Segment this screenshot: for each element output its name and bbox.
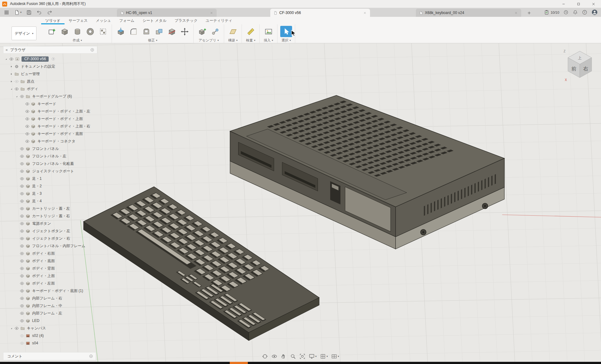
browser-item[interactable]: 内部フレーム・右	[3, 295, 97, 302]
browser-item[interactable]: ボディ・左面	[3, 280, 97, 287]
tool-fillet-button[interactable]	[127, 26, 139, 37]
browser-item[interactable]: ボディ・背面	[3, 265, 97, 272]
expander-open-icon[interactable]	[14, 94, 19, 99]
design-workspace-menu[interactable]: デザイン ▾	[12, 26, 36, 40]
browser-item[interactable]: ドキュメントの設定	[3, 63, 97, 70]
browser-item[interactable]: 足・3	[3, 190, 97, 197]
visibility-eye-icon[interactable]	[19, 318, 25, 323]
maximize-button[interactable]	[571, 0, 586, 8]
expander-closed-icon[interactable]	[9, 72, 14, 76]
visibility-eye-icon[interactable]	[24, 139, 30, 144]
tool-group-label[interactable]: 構築▾	[228, 38, 238, 43]
comments-toggle-icon[interactable]	[89, 354, 93, 358]
browser-item[interactable]: キーボード	[3, 100, 97, 108]
display-settings-button[interactable]: ▾	[309, 353, 316, 359]
tool-select-cursor-button[interactable]	[280, 26, 292, 37]
visibility-eye-icon[interactable]	[19, 146, 25, 151]
expander-closed-icon[interactable]	[9, 64, 14, 69]
look-at-button[interactable]	[271, 353, 277, 359]
save-button[interactable]	[26, 10, 32, 15]
document-tab[interactable]: HC-95_open v1	[117, 9, 217, 17]
browser-item[interactable]: 電源ボタン	[3, 220, 97, 227]
visibility-eye-icon[interactable]	[19, 221, 25, 226]
help-button[interactable]: ?	[582, 10, 587, 15]
browser-item[interactable]: フロントパネル・左	[3, 152, 97, 160]
tool-group-label[interactable]: 検査▾	[246, 38, 255, 43]
tool-move-button[interactable]	[179, 26, 190, 37]
visibility-eye-icon[interactable]	[19, 281, 25, 286]
viewports-button[interactable]: ▾	[331, 353, 339, 359]
browser-item[interactable]: カートリッジ・蓋・右	[3, 212, 97, 220]
ribbon-tab[interactable]: プラスチック	[171, 17, 202, 24]
visibility-eye-icon[interactable]	[19, 161, 25, 166]
orbit-button[interactable]	[262, 353, 268, 359]
browser-item[interactable]: ボディ・上面	[3, 272, 97, 280]
visibility-eye-icon[interactable]	[19, 341, 25, 346]
tool-new-component-button[interactable]	[196, 26, 208, 37]
zoom-button[interactable]	[290, 353, 296, 359]
visibility-eye-icon[interactable]	[19, 199, 25, 204]
pan-button[interactable]	[281, 353, 286, 359]
visibility-eye-icon[interactable]	[8, 56, 14, 61]
visibility-eye-icon[interactable]	[19, 251, 25, 256]
ribbon-tab[interactable]: メッシュ	[92, 17, 115, 24]
minimize-button[interactable]	[556, 0, 571, 8]
grid-display-button[interactable]: ▾	[320, 353, 328, 359]
ribbon-tab[interactable]: サーフェス	[65, 17, 92, 24]
browser-item[interactable]: キーボード・コネクタ	[3, 137, 97, 145]
browser-item[interactable]: 内部フレーム・左	[3, 309, 97, 317]
tool-construction-plane-button[interactable]	[227, 26, 239, 37]
collapse-panel-icon[interactable]: «	[6, 48, 8, 52]
tool-torus-button[interactable]	[84, 26, 96, 37]
tool-group-label[interactable]: アセンブリ▾	[199, 38, 219, 43]
visibility-eye-icon[interactable]	[19, 206, 25, 211]
expander-closed-icon[interactable]	[9, 79, 14, 84]
visibility-eye-icon[interactable]	[19, 303, 25, 308]
visibility-eye-icon[interactable]	[19, 191, 25, 196]
tool-rectangular-pattern-button[interactable]	[97, 26, 109, 37]
tab-close-icon[interactable]	[514, 11, 518, 15]
activate-radio[interactable]	[50, 56, 56, 61]
browser-item[interactable]: 足・4	[3, 197, 97, 205]
tool-insert-canvas-button[interactable]	[262, 26, 274, 37]
visibility-eye-icon[interactable]	[19, 236, 25, 241]
tool-cylinder-button[interactable]	[71, 26, 83, 37]
model-computer[interactable]	[230, 95, 504, 249]
browser-item[interactable]: キーボードグループ (6)	[3, 93, 97, 100]
file-menu-button[interactable]: ▾	[14, 10, 22, 15]
visibility-eye-icon[interactable]	[14, 79, 20, 84]
fit-button[interactable]	[299, 353, 305, 359]
browser-item[interactable]: カートリッジ・蓋・左	[3, 205, 97, 212]
visibility-eye-icon[interactable]	[14, 86, 20, 91]
visibility-eye-icon[interactable]	[19, 184, 25, 189]
browser-item[interactable]: フロントパネル・内部フレーム	[3, 242, 97, 250]
visibility-eye-icon[interactable]	[24, 109, 30, 114]
browser-item[interactable]: s02 (4)	[3, 332, 97, 339]
browser-item[interactable]: CF-3000 v56	[3, 55, 97, 63]
visibility-eye-icon[interactable]	[19, 288, 25, 293]
browser-item[interactable]: 足・1	[3, 175, 97, 182]
display-filter-icon[interactable]	[90, 48, 94, 52]
browser-item[interactable]: ボディ	[3, 85, 97, 93]
tool-combine-button[interactable]	[153, 26, 165, 37]
browser-item[interactable]: ボディ・右面	[3, 250, 97, 257]
browser-item[interactable]: イジェクトボタン・右	[3, 235, 97, 242]
visibility-eye-icon[interactable]	[24, 101, 30, 106]
recent-activity-button[interactable]	[563, 10, 569, 15]
visibility-eye-icon[interactable]	[24, 124, 30, 129]
tab-close-icon[interactable]	[363, 11, 367, 15]
tool-joint-button[interactable]	[209, 26, 221, 37]
tool-group-label[interactable]: 作成▾	[73, 38, 82, 43]
browser-item[interactable]: 内部フレーム・中	[3, 302, 97, 309]
visibility-eye-icon[interactable]	[24, 131, 30, 136]
visibility-eye-icon[interactable]	[19, 169, 25, 174]
tab-close-icon[interactable]	[209, 11, 214, 15]
visibility-eye-icon[interactable]	[19, 296, 25, 301]
visibility-eye-icon[interactable]	[19, 213, 25, 218]
browser-item[interactable]: フロントパネル・化粧蓋	[3, 160, 97, 167]
expander-open-icon[interactable]	[9, 87, 14, 91]
redo-button[interactable]	[47, 10, 52, 15]
visibility-eye-icon[interactable]	[19, 94, 25, 99]
browser-item[interactable]: キャンバス	[3, 324, 97, 332]
ribbon-tab[interactable]: ユーティリティ	[202, 17, 237, 24]
